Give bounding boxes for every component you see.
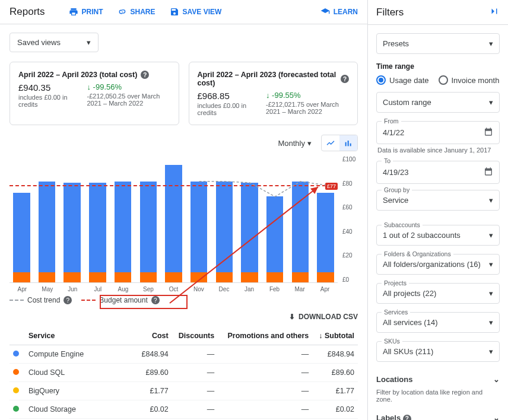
table-row[interactable]: BigQuery£1.77— —£1.77 <box>9 382 358 400</box>
calendar-icon[interactable] <box>484 167 493 178</box>
bar-Apr[interactable] <box>9 156 34 282</box>
svg-rect-2 <box>350 144 351 147</box>
save-icon <box>170 7 179 17</box>
summary-card: April 2022 – April 2023 (forecasted tota… <box>189 62 358 125</box>
budget-tag: £77 <box>325 183 338 190</box>
chart-legend: Cost trend ? Budget amount ? <box>9 296 358 304</box>
filters-title: Filters <box>376 7 404 18</box>
help-icon[interactable]: ? <box>151 296 160 304</box>
line-chart-toggle[interactable] <box>322 135 339 151</box>
group-by-dropdown[interactable]: Group by Service▾ <box>376 190 500 211</box>
svg-rect-1 <box>348 141 349 146</box>
bar-Jun[interactable] <box>60 156 84 282</box>
help-icon[interactable]: ? <box>341 75 349 83</box>
chevron-down-icon: ▾ <box>489 347 493 356</box>
save-view-button[interactable]: SAVE VIEW <box>170 7 222 17</box>
bar-Jan[interactable] <box>237 156 262 282</box>
help-icon[interactable]: ? <box>141 71 149 79</box>
bar-Mar[interactable] <box>288 156 313 282</box>
bar-Oct[interactable] <box>161 156 186 282</box>
chevron-down-icon: ▾ <box>489 196 493 205</box>
chevron-down-icon: ▾ <box>489 231 493 240</box>
range-dropdown[interactable]: Custom range▾ <box>376 92 500 113</box>
chevron-down-icon: ▾ <box>87 38 91 47</box>
link-icon <box>118 7 127 17</box>
filters-panel: Filters Presets▾ Time range Usage date I… <box>368 0 508 420</box>
locations-expand[interactable]: Locations ⌄ <box>376 370 500 389</box>
table-row[interactable]: Compute Engine£848.94— —£848.94 <box>9 345 358 364</box>
bar-Nov[interactable] <box>187 156 211 282</box>
summary-card: April 2022 – April 2023 (total cost)? £9… <box>9 62 179 125</box>
chevron-down-icon: ⌄ <box>493 375 500 384</box>
col-promotions[interactable]: Promotions and others <box>218 327 312 345</box>
reports-header: Reports PRINT SHARE SAVE VIEW LEARN <box>0 0 367 24</box>
invoice-month-radio[interactable]: Invoice month <box>439 75 500 85</box>
help-icon[interactable]: ? <box>64 296 72 304</box>
legend-budget: Budget amount ? <box>81 296 159 304</box>
page-title: Reports <box>9 6 45 18</box>
col-cost[interactable]: Cost <box>136 327 172 345</box>
saved-views-dropdown[interactable]: Saved views ▾ <box>9 33 99 52</box>
print-icon <box>69 7 78 17</box>
chevron-down-icon: ⌄ <box>493 413 500 420</box>
chevron-down-icon: ▾ <box>489 260 493 269</box>
download-icon: ⬇ <box>289 313 295 321</box>
svg-rect-0 <box>345 142 347 147</box>
chevron-down-icon: ▾ <box>489 289 493 298</box>
collapse-button[interactable] <box>489 6 500 18</box>
chevron-down-icon: ▾ <box>489 98 493 107</box>
col-subtotal[interactable]: ↓ Subtotal <box>312 327 358 345</box>
services-dropdown[interactable]: Services All services (14)▾ <box>376 312 500 333</box>
folders-dropdown[interactable]: Folders & Organizations All folders/orga… <box>376 254 500 275</box>
download-csv-button[interactable]: ⬇ DOWNLOAD CSV <box>289 313 358 321</box>
bar-May[interactable] <box>35 156 59 282</box>
cost-chart: £100£80£60£40£20£0 £77 AprMayJunJulAugSe… <box>9 156 358 292</box>
from-date-input[interactable]: From 4/1/22 <box>376 121 500 144</box>
presets-dropdown[interactable]: Presets▾ <box>376 33 500 54</box>
help-icon[interactable]: ? <box>403 415 411 421</box>
chevron-down-icon: ▾ <box>489 318 493 327</box>
chevron-down-icon: ▾ <box>489 39 493 48</box>
bar-Jul[interactable] <box>85 156 110 282</box>
to-date-input[interactable]: To 4/19/23 <box>376 161 500 184</box>
bar-Apr[interactable] <box>313 156 338 282</box>
time-range-label: Time range <box>376 62 500 71</box>
bar-Aug[interactable] <box>111 156 135 282</box>
bar-Feb[interactable] <box>263 156 287 282</box>
skus-dropdown[interactable]: SKUs All SKUs (211)▾ <box>376 341 500 362</box>
from-hint: Data is available since January 1, 2017 <box>377 147 500 154</box>
share-button[interactable]: SHARE <box>118 7 155 17</box>
labels-expand[interactable]: Labels ? ⌄ <box>376 409 500 420</box>
table-row[interactable]: Cloud Storage£0.02— —£0.02 <box>9 400 358 419</box>
bar-chart-toggle[interactable] <box>339 135 357 151</box>
learn-button[interactable]: LEARN <box>320 7 358 17</box>
table-row[interactable]: Cloud SQL£89.60— —£89.60 <box>9 364 358 382</box>
col-service[interactable]: Service <box>25 327 136 345</box>
bar-Sep[interactable] <box>136 156 160 282</box>
print-button[interactable]: PRINT <box>69 7 103 17</box>
period-dropdown[interactable]: Monthly ▾ <box>273 136 316 150</box>
usage-date-radio[interactable]: Usage date <box>376 75 429 85</box>
chart-type-toggle <box>321 135 358 151</box>
collapse-icon <box>489 6 500 17</box>
legend-cost-trend: Cost trend ? <box>9 296 72 304</box>
calendar-icon[interactable] <box>484 127 493 138</box>
projects-dropdown[interactable]: Projects All projects (22)▾ <box>376 283 500 304</box>
bar-Dec[interactable] <box>212 156 237 282</box>
subaccounts-dropdown[interactable]: Subaccounts 1 out of 2 subaccounts▾ <box>376 225 500 246</box>
learn-icon <box>320 7 330 17</box>
main-panel: Reports PRINT SHARE SAVE VIEW LEARN Save… <box>0 0 368 420</box>
chevron-down-icon: ▾ <box>307 139 312 148</box>
cost-table: Service Cost Discounts Promotions and ot… <box>9 327 358 420</box>
col-discounts[interactable]: Discounts <box>172 327 218 345</box>
